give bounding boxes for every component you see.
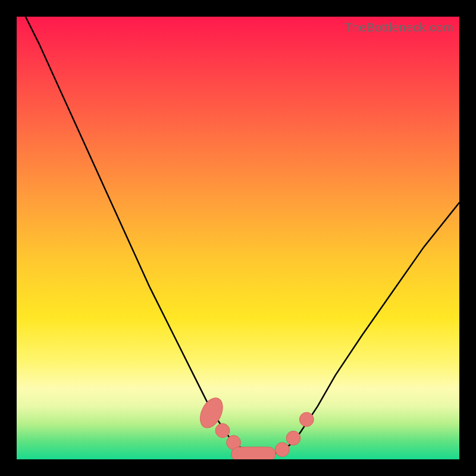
curve-marker	[286, 431, 300, 445]
curve-marker	[299, 412, 314, 427]
curve-marker	[215, 424, 230, 438]
outer-frame: TheBottleneck.com	[0, 0, 476, 476]
curve-marker	[275, 443, 290, 457]
curve-markers	[196, 394, 314, 459]
curve-marker	[231, 447, 275, 459]
bottleneck-chart	[17, 17, 459, 459]
bottleneck-curve-path	[26, 17, 459, 455]
svg-rect-1	[231, 447, 275, 459]
plot-area: TheBottleneck.com	[17, 17, 459, 459]
